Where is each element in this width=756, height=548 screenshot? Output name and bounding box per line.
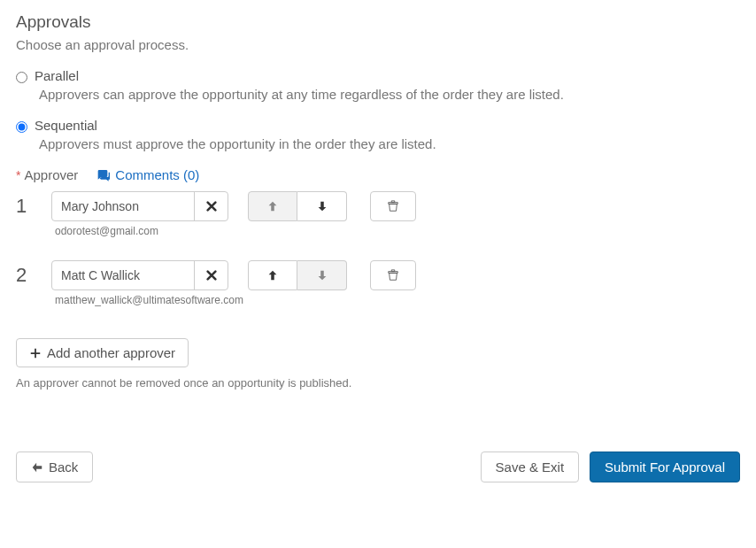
delete-approver-button[interactable] bbox=[370, 260, 416, 290]
trash-icon bbox=[387, 269, 399, 282]
arrow-left-icon bbox=[31, 461, 43, 474]
reorder-group bbox=[248, 260, 347, 290]
approver-row: 1 Mary Johnson bbox=[16, 191, 740, 221]
clear-approver-button[interactable] bbox=[194, 261, 228, 289]
move-up-button bbox=[248, 191, 297, 221]
reorder-group bbox=[248, 191, 347, 221]
close-icon bbox=[205, 269, 218, 282]
plus-icon bbox=[29, 347, 42, 359]
move-down-button[interactable] bbox=[297, 191, 347, 221]
approver-name: Mary Johnson bbox=[52, 192, 194, 220]
clear-approver-button[interactable] bbox=[194, 192, 228, 220]
approver-note: An approver cannot be removed once an op… bbox=[16, 376, 740, 390]
arrow-down-icon bbox=[316, 269, 328, 282]
back-label: Back bbox=[49, 459, 78, 475]
comments-link[interactable]: Comments (0) bbox=[96, 167, 199, 182]
comments-label: Comments (0) bbox=[115, 167, 199, 182]
approver-field-label: *Approver bbox=[16, 167, 78, 182]
page-subtitle: Choose an approval process. bbox=[16, 37, 740, 52]
page-title: Approvals bbox=[16, 12, 740, 32]
close-icon bbox=[205, 200, 218, 212]
submit-approval-button[interactable]: Submit For Approval bbox=[590, 452, 740, 482]
move-down-button bbox=[297, 260, 347, 290]
add-approver-button[interactable]: Add another approver bbox=[16, 338, 189, 367]
back-button[interactable]: Back bbox=[16, 452, 93, 482]
arrow-up-icon bbox=[266, 269, 279, 282]
option-parallel-label: Parallel bbox=[35, 68, 79, 83]
comments-icon bbox=[96, 168, 110, 182]
option-sequential-label: Sequential bbox=[35, 118, 97, 133]
approver-order: 2 bbox=[16, 264, 32, 287]
radio-sequential[interactable] bbox=[16, 121, 27, 133]
approver-email: matthew_wallick@ultimatesoftware.com bbox=[55, 294, 740, 306]
approver-name-box[interactable]: Mary Johnson bbox=[51, 191, 228, 221]
approver-name-box[interactable]: Matt C Wallick bbox=[51, 260, 228, 290]
approver-email: odorotest@gmail.com bbox=[55, 225, 740, 237]
approver-row: 2 Matt C Wallick bbox=[16, 260, 740, 290]
approver-name: Matt C Wallick bbox=[52, 261, 194, 289]
option-parallel[interactable]: Parallel bbox=[16, 68, 740, 83]
arrow-down-icon bbox=[316, 200, 328, 212]
add-approver-label: Add another approver bbox=[47, 345, 175, 360]
radio-parallel[interactable] bbox=[16, 72, 27, 83]
arrow-up-icon bbox=[266, 200, 279, 212]
delete-approver-button[interactable] bbox=[370, 191, 416, 221]
save-exit-button[interactable]: Save & Exit bbox=[481, 452, 580, 482]
option-parallel-desc: Approvers can approve the opportunity at… bbox=[39, 87, 740, 102]
approver-order: 1 bbox=[16, 195, 32, 218]
option-sequential-desc: Approvers must approve the opportunity i… bbox=[39, 136, 740, 151]
move-up-button[interactable] bbox=[248, 260, 297, 290]
option-sequential[interactable]: Sequential bbox=[16, 118, 740, 133]
trash-icon bbox=[387, 200, 399, 212]
